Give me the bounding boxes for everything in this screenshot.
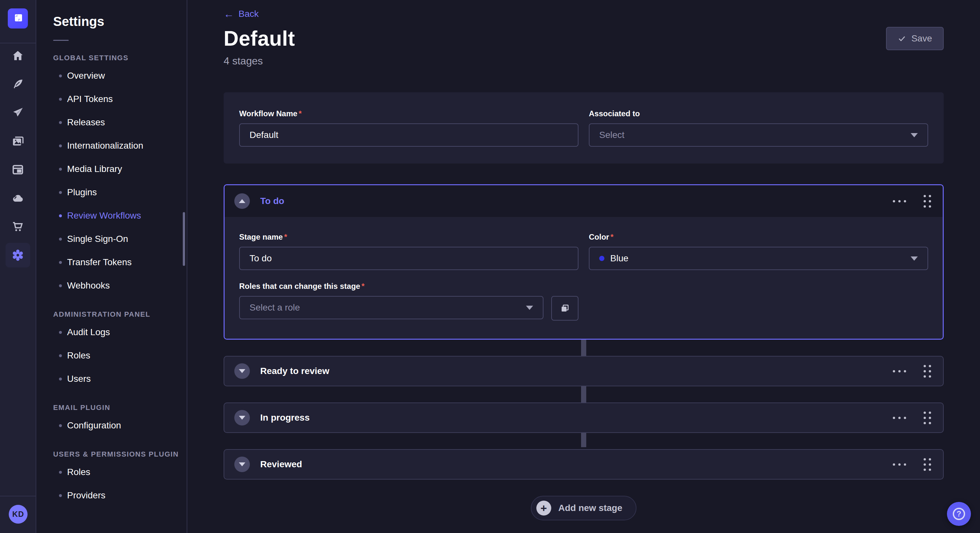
stage-row-ready-to-review: Ready to review (224, 356, 944, 386)
chevron-down-icon (911, 133, 918, 137)
stage-header-to-do: To do (224, 185, 943, 217)
drag-handle[interactable] (922, 363, 933, 379)
sidebar-item-releases[interactable]: Releases (53, 111, 187, 134)
sidebar-scrollbar-thumb[interactable] (183, 212, 185, 266)
dots-menu-icon (893, 200, 895, 202)
workflow-name-field: Workflow Name* (239, 109, 579, 147)
images-icon (11, 135, 24, 148)
stage-options-button[interactable] (891, 414, 907, 422)
sidebar-item-label: Review Workflows (67, 211, 141, 221)
stage-title: In progress (260, 412, 310, 423)
cloud-nav-button[interactable] (5, 186, 30, 211)
back-link[interactable]: ← Back (224, 8, 259, 19)
sidebar-item-label: Media Library (67, 164, 122, 174)
drag-handle[interactable] (922, 409, 933, 426)
sidebar-item-label: Roles (67, 467, 91, 477)
sidebar-item-plugins[interactable]: Plugins (53, 181, 187, 204)
drag-handle-icon (924, 365, 926, 367)
sidebar-item-audit-logs[interactable]: Audit Logs (53, 320, 187, 344)
stage-options-button[interactable] (891, 460, 907, 469)
drag-handle-icon (924, 195, 926, 197)
media-library-nav-button[interactable] (5, 129, 30, 154)
content-type-builder-nav-button[interactable] (5, 157, 30, 182)
settings-nav-button[interactable] (5, 243, 30, 268)
sidebar-item-label: Audit Logs (67, 327, 110, 338)
stage-title: Ready to review (260, 366, 329, 376)
expand-stage-button[interactable] (234, 363, 250, 379)
stage-roles-label: Roles that can change this stage* (239, 282, 579, 291)
expand-stage-button[interactable] (234, 457, 250, 472)
deploy-nav-button[interactable] (5, 100, 30, 125)
sidebar-item-webhooks[interactable]: Webhooks (53, 274, 187, 297)
required-asterisk: * (299, 109, 302, 118)
plus-icon: + (536, 501, 551, 516)
collapse-stage-button[interactable] (234, 194, 250, 209)
bullet-icon (59, 238, 62, 241)
save-button[interactable]: Save (886, 27, 944, 50)
bullet-icon (59, 331, 62, 334)
stage-name-field: Stage name* (239, 233, 579, 270)
section-users-permissions-plugin: USERS & PERMISSIONS PLUGIN Roles Provide… (53, 450, 187, 507)
chevron-down-icon (911, 257, 918, 261)
bullet-icon (59, 378, 62, 381)
sidebar-item-label: Configuration (67, 420, 121, 431)
strapi-logo-icon (12, 13, 23, 24)
associated-to-placeholder: Select (599, 130, 911, 140)
sidebar-item-up-roles[interactable]: Roles (53, 460, 187, 484)
chevron-down-icon (526, 306, 533, 310)
sidebar-item-overview[interactable]: Overview (53, 64, 187, 87)
sidebar-item-internationalization[interactable]: Internationalization (53, 134, 187, 157)
sidebar-item-users[interactable]: Users (53, 367, 187, 390)
drag-handle-icon (924, 458, 926, 460)
sidebar-item-label: Transfer Tokens (67, 257, 132, 268)
section-header: USERS & PERMISSIONS PLUGIN (53, 450, 187, 458)
stage-name-input[interactable] (239, 247, 579, 270)
sidebar-item-providers[interactable]: Providers (53, 484, 187, 507)
required-asterisk: * (361, 282, 364, 291)
stage-title: To do (260, 196, 284, 206)
sidebar-item-transfer-tokens[interactable]: Transfer Tokens (53, 251, 187, 274)
stage-roles-select[interactable]: Select a role (239, 296, 544, 319)
expand-stage-button[interactable] (234, 410, 250, 425)
bullet-icon (59, 284, 62, 287)
chevron-down-icon (239, 369, 245, 373)
sidebar-item-review-workflows[interactable]: Review Workflows (53, 204, 187, 227)
duplicate-stage-button[interactable] (551, 296, 579, 320)
bullet-icon (59, 214, 62, 217)
sidebar-item-media-library[interactable]: Media Library (53, 157, 187, 181)
bullet-icon (59, 121, 62, 124)
sidebar-item-label: Plugins (67, 187, 97, 198)
bullet-icon (59, 424, 62, 427)
main-nav-rail: KD (0, 0, 36, 533)
sidebar-item-configuration[interactable]: Configuration (53, 414, 187, 437)
sidebar-item-single-sign-on[interactable]: Single Sign-On (53, 227, 187, 251)
stage-options-button[interactable] (891, 197, 907, 206)
stage-body-to-do: Stage name* Color* Blue R (224, 217, 943, 339)
bullet-icon (59, 168, 62, 171)
workflow-name-input[interactable] (239, 124, 579, 147)
associated-to-select[interactable]: Select (589, 124, 928, 147)
help-button[interactable]: ? (947, 502, 971, 526)
marketplace-nav-button[interactable] (5, 214, 30, 239)
drag-handle[interactable] (922, 193, 933, 209)
stage-color-select[interactable]: Blue (589, 247, 928, 270)
add-new-stage-button[interactable]: + Add new stage (531, 496, 637, 520)
sidebar-item-label: Roles (67, 351, 91, 361)
drag-handle[interactable] (922, 456, 933, 473)
sidebar-item-admin-roles[interactable]: Roles (53, 344, 187, 367)
stage-list: To do Stage name* (224, 184, 944, 520)
chevron-up-icon (239, 199, 245, 203)
bullet-icon (59, 471, 62, 474)
question-mark-icon: ? (953, 508, 965, 520)
main-content: ← Back Default Save 4 stages Workflow Na… (187, 0, 980, 533)
stage-options-button[interactable] (891, 367, 907, 376)
sidebar-item-api-tokens[interactable]: API Tokens (53, 87, 187, 111)
strapi-logo[interactable] (8, 8, 28, 29)
color-swatch-dot (599, 256, 605, 261)
stage-color-label: Color* (589, 233, 928, 241)
arrow-left-icon: ← (224, 9, 234, 19)
user-avatar[interactable]: KD (9, 505, 27, 523)
sidebar-item-label: Webhooks (67, 281, 110, 291)
content-manager-nav-button[interactable] (5, 72, 30, 97)
home-nav-button[interactable] (5, 43, 30, 68)
